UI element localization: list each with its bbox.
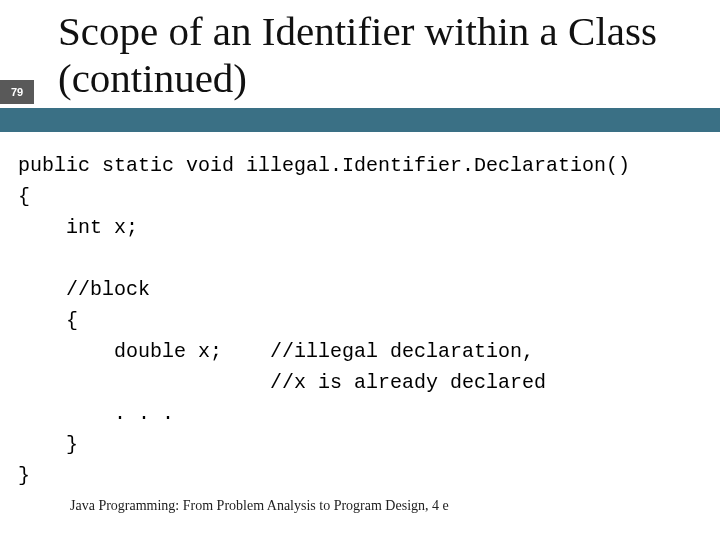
- code-line: //x is already declared: [18, 371, 546, 394]
- code-block: public static void illegal.Identifier.De…: [18, 150, 702, 491]
- code-line: }: [18, 464, 30, 487]
- page-number-badge: 79: [0, 80, 34, 104]
- code-line: double x; //illegal declaration,: [18, 340, 534, 363]
- page-number: 79: [11, 86, 23, 98]
- code-line: public static void illegal.Identifier.De…: [18, 154, 630, 177]
- code-line: }: [18, 433, 78, 456]
- footer-text: Java Programming: From Problem Analysis …: [70, 498, 449, 514]
- code-line: {: [18, 185, 30, 208]
- slide-title: Scope of an Identifier within a Class (c…: [58, 8, 700, 102]
- title-underline-bar: [0, 108, 720, 132]
- code-line: //block: [18, 278, 150, 301]
- slide: 79 Scope of an Identifier within a Class…: [0, 0, 720, 540]
- code-line: . . .: [18, 402, 174, 425]
- code-line: {: [18, 309, 78, 332]
- code-line: int x;: [18, 216, 138, 239]
- title-container: Scope of an Identifier within a Class (c…: [58, 8, 700, 102]
